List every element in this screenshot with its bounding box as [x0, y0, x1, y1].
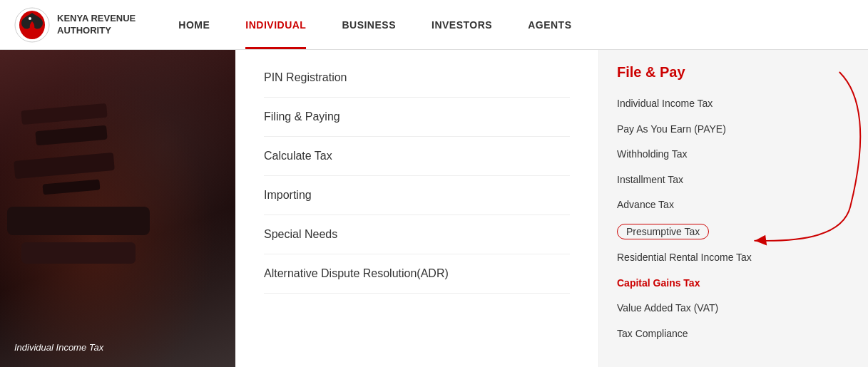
logo-text: Kenya Revenue Authority: [57, 13, 136, 37]
main-content: Individual Income Tax PIN Registration F…: [0, 50, 868, 367]
tax-paye[interactable]: Pay As You Earn (PAYE): [617, 117, 850, 143]
decorative-shape-6: [21, 242, 136, 264]
menu-adr[interactable]: Alternative Dispute Resolution(ADR): [264, 254, 570, 294]
tax-advance[interactable]: Advance Tax: [617, 192, 850, 218]
svg-point-2: [29, 17, 31, 20]
header: Kenya Revenue Authority HOME INDIVIDUAL …: [0, 0, 868, 50]
tax-vat[interactable]: Value Added Tax (VAT): [617, 296, 850, 321]
decorative-shape-5: [7, 207, 150, 235]
nav-agents[interactable]: AGENTS: [528, 0, 571, 49]
tax-individual-income[interactable]: Individual Income Tax: [617, 91, 850, 117]
nav-individual[interactable]: INDIVIDUAL: [245, 0, 306, 49]
hero-image-panel: Individual Income Tax: [0, 50, 235, 367]
main-nav: HOME INDIVIDUAL BUSINESS INVESTORS AGENT…: [178, 0, 571, 49]
image-caption: Individual Income Tax: [14, 342, 103, 353]
logo[interactable]: Kenya Revenue Authority: [14, 7, 136, 43]
individual-menu: PIN Registration Filing & Paying Calcula…: [235, 50, 599, 367]
menu-special-needs[interactable]: Special Needs: [264, 215, 570, 254]
tax-installment[interactable]: Installment Tax: [617, 167, 850, 193]
tax-capital-gains[interactable]: Capital Gains Tax: [617, 271, 850, 296]
file-pay-heading: File & Pay: [617, 64, 850, 81]
kra-logo-icon: [14, 7, 50, 43]
tax-residential-rental[interactable]: Residential Rental Income Tax: [617, 245, 850, 271]
menu-importing[interactable]: Importing: [264, 176, 570, 215]
tax-presumptive[interactable]: Presumptive Tax: [617, 224, 709, 239]
tax-compliance[interactable]: Tax Compliance: [617, 321, 850, 347]
nav-home[interactable]: HOME: [178, 0, 210, 49]
menu-filing-paying[interactable]: Filing & Paying: [264, 98, 570, 137]
nav-investors[interactable]: INVESTORS: [432, 0, 492, 49]
tax-withholding[interactable]: Withholding Tax: [617, 142, 850, 167]
nav-business[interactable]: BUSINESS: [342, 0, 396, 49]
menu-pin-registration[interactable]: PIN Registration: [264, 64, 570, 98]
file-pay-panel: File & Pay Individual Income Tax Pay As …: [599, 50, 868, 367]
tax-presumptive-row: Presumptive Tax: [617, 218, 850, 245]
menu-calculate-tax[interactable]: Calculate Tax: [264, 137, 570, 176]
